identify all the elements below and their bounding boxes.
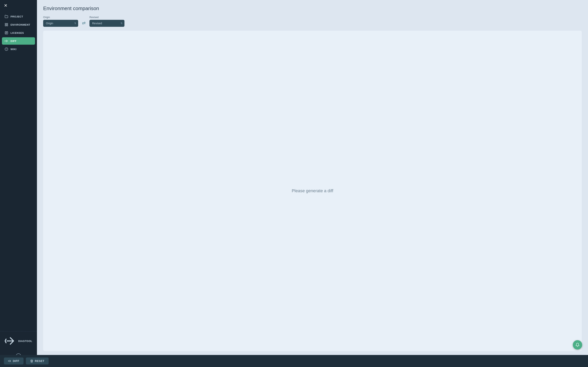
sidebar-nav: PROJECT ENVIRONMENT LICENSES: [0, 11, 37, 331]
svg-rect-2: [7, 25, 8, 26]
reset-button[interactable]: RESET: [26, 358, 49, 365]
notification-button[interactable]: [573, 340, 582, 350]
sidebar-item-label-environment: ENVIRONMENT: [10, 23, 30, 26]
sidebar-item-environment[interactable]: ENVIRONMENT: [2, 21, 35, 28]
sidebar-item-label-project: PROJECT: [10, 15, 23, 18]
sidebar-item-label-wiki: WIKI: [10, 48, 17, 51]
close-icon: ✕: [4, 3, 7, 8]
main-header: Environment comparison Origin Origin ⇅ ⇄: [37, 0, 588, 31]
sidebar-item-label-diff: DIFF: [10, 40, 17, 42]
sidebar: ✕ PROJECT ENVIRONMENT: [0, 0, 37, 367]
sidebar-item-wiki[interactable]: WIKI: [2, 45, 35, 53]
folder-icon: [5, 15, 8, 18]
origin-select[interactable]: Origin: [43, 20, 78, 27]
origin-select-wrapper: Origin ⇅: [43, 20, 78, 27]
revised-select-wrapper: Revised ⇅: [89, 20, 124, 27]
svg-rect-3: [5, 25, 6, 26]
grid-icon: [5, 23, 8, 26]
diff-icon: [5, 39, 8, 43]
bottom-bar: DIFF RESET: [0, 355, 588, 367]
sidebar-item-diagtool[interactable]: DIAGTOOL: [2, 334, 35, 349]
origin-label: Origin: [43, 16, 78, 19]
sidebar-item-project[interactable]: PROJECT: [2, 13, 35, 20]
revised-group: Revised Revised ⇅: [89, 16, 124, 27]
sidebar-bottom: DIAGTOOL: [0, 331, 37, 350]
controls-row: Origin Origin ⇅ ⇄ Revised Revise: [43, 16, 582, 27]
trash-icon: [30, 359, 33, 363]
diff-placeholder-text: Please generate a diff: [292, 188, 333, 193]
sidebar-item-label-licenses: LICENSES: [10, 32, 24, 34]
sidebar-item-diff[interactable]: DIFF: [2, 37, 35, 45]
diagtool-label: DIAGTOOL: [18, 340, 32, 342]
page-title: Environment comparison: [43, 5, 582, 11]
svg-rect-0: [5, 23, 6, 24]
revised-select[interactable]: Revised: [89, 20, 124, 27]
svg-rect-1: [7, 23, 8, 24]
diagtool-icon: [5, 335, 16, 347]
close-button[interactable]: ✕: [0, 0, 37, 11]
bell-icon: [575, 343, 580, 347]
diff-btn-icon: [8, 359, 11, 363]
diff-button[interactable]: DIFF: [4, 358, 24, 365]
main-content: Environment comparison Origin Origin ⇅ ⇄: [37, 0, 588, 367]
wiki-icon: [5, 47, 8, 51]
reset-button-label: RESET: [35, 359, 44, 363]
swap-icon[interactable]: ⇄: [82, 21, 86, 26]
origin-group: Origin Origin ⇅: [43, 16, 78, 27]
revised-label: Revised: [89, 16, 124, 19]
diff-button-label: DIFF: [13, 359, 19, 363]
diff-area: Please generate a diff: [43, 31, 582, 351]
sidebar-item-licenses[interactable]: LICENSES: [2, 29, 35, 36]
license-icon: [5, 31, 8, 34]
